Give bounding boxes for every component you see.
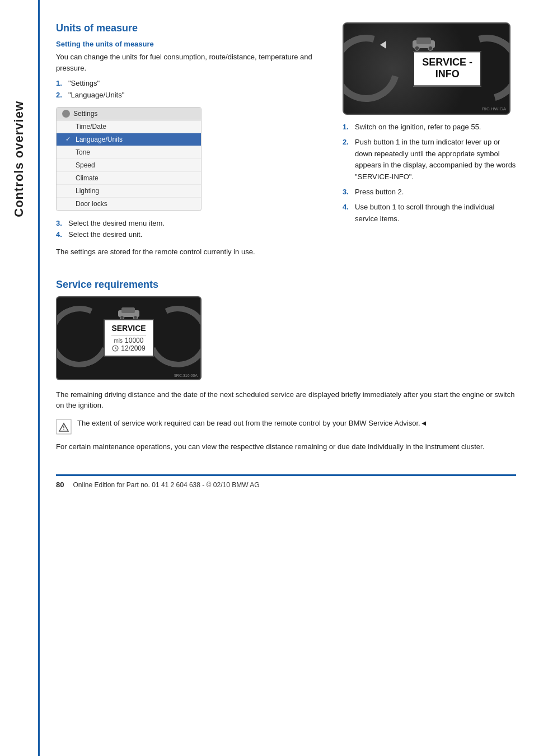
step-3-text: Select the desired menu item.	[68, 218, 165, 230]
main-content: Units of measure Setting the units of me…	[38, 0, 534, 756]
right-step-4: 4. Use button 1 to scroll through the in…	[343, 202, 516, 225]
right-steps-list: 1. Switch on the ignition, refer to page…	[343, 122, 516, 225]
units-section: Units of measure Setting the units of me…	[56, 22, 516, 262]
right-step-1: 1. Switch on the ignition, refer to page…	[343, 122, 516, 133]
steps-list-top: 1. "Settings" 2. "Language/Units"	[56, 78, 331, 101]
note-end-symbol: ◄	[420, 419, 428, 427]
right-step-2-text: Push button 1 in the turn indicator leve…	[355, 137, 516, 183]
step-2-num: 2.	[56, 90, 65, 101]
right-step-3-text: Press button 2.	[355, 186, 404, 198]
menu-item-time: Time/Date	[57, 120, 201, 133]
service-info-text: SERVICE - INFO	[422, 57, 472, 81]
right-column: SERVICE - INFO RIC.HWIGA 1. Switch on th…	[343, 22, 516, 262]
step-4-num: 4.	[56, 229, 65, 241]
menu-label-doorlocks: Door locks	[76, 200, 107, 208]
service-req-image: SERVICE mls 10000	[56, 296, 202, 380]
menu-item-lighting: Lighting	[57, 185, 201, 198]
checkmark-doorlocks	[65, 200, 72, 207]
footer: 80 Online Edition for Part no. 01 41 2 6…	[56, 474, 516, 489]
settings-screenshot: Settings Time/Date ✓ Language/Units Tone	[56, 107, 202, 211]
step-3: 3. Select the desired menu item.	[56, 218, 331, 230]
menu-item-speed: Speed	[57, 159, 201, 172]
right-step-2-num: 2.	[343, 137, 352, 183]
service-mileage: mls 10000 12/2009	[111, 335, 146, 352]
units-intro: You can change the units for fuel consum…	[56, 52, 331, 73]
svg-marker-4	[380, 41, 386, 49]
service-req-heading: Service requirements	[56, 279, 516, 291]
sidebar: Controls overview	[0, 0, 38, 756]
watermark-2: 9RC:316:00A	[174, 374, 198, 377]
instrument-cluster-1: SERVICE - INFO RIC.HWIGA	[343, 22, 510, 115]
menu-item-doorlocks: Door locks	[57, 198, 201, 211]
svg-rect-6	[121, 307, 135, 313]
step-3-num: 3.	[56, 218, 65, 230]
step-4: 4. Select the desired unit.	[56, 229, 331, 241]
service-arrow	[406, 63, 414, 74]
note-box: The extent of service work required can …	[56, 418, 516, 435]
menu-item-tone: Tone	[57, 146, 201, 159]
checkmark-lighting	[65, 188, 72, 194]
menu-item-language: ✓ Language/Units	[57, 133, 201, 146]
right-step-4-text: Use button 1 to scroll through the indiv…	[355, 202, 516, 225]
note-triangle-icon	[56, 419, 72, 435]
svg-point-3	[428, 46, 433, 50]
svg-line-11	[115, 348, 117, 349]
right-step-4-num: 4.	[343, 202, 352, 225]
menu-item-climate: Climate	[57, 172, 201, 185]
page-container: Controls overview Units of measure Setti…	[0, 0, 534, 756]
menu-label-tone: Tone	[76, 148, 90, 156]
menu-label-climate: Climate	[76, 174, 99, 182]
mileage-date-row: 12/2009	[111, 344, 146, 352]
svg-point-7	[120, 315, 124, 319]
service-label-2: SERVICE	[111, 324, 146, 333]
right-step-3-num: 3.	[343, 186, 352, 198]
left-arrow-icon	[378, 39, 390, 50]
service-req-section: Service requirements	[56, 279, 516, 452]
svg-point-8	[134, 315, 138, 319]
step-2: 2. "Language/Units"	[56, 90, 331, 101]
checkmark-speed	[65, 162, 72, 169]
left-column: Units of measure Setting the units of me…	[56, 22, 331, 262]
step-2-text: "Language/Units"	[68, 90, 124, 101]
checkmark-tone	[65, 149, 72, 156]
menu-label-language: Language/Units	[76, 136, 123, 143]
menu-label-speed: Speed	[76, 161, 95, 169]
settings-icon	[62, 110, 70, 118]
footer-text: Online Edition for Part no. 01 41 2 604 …	[73, 481, 259, 489]
clock-icon	[112, 345, 119, 352]
checkmark-climate	[65, 175, 72, 181]
svg-rect-1	[416, 38, 431, 44]
step-4-text: Select the desired unit.	[68, 229, 142, 241]
note-main-text: The extent of service work required can …	[77, 419, 420, 427]
units-sub-heading: Setting the units of measure	[56, 40, 331, 48]
right-step-1-text: Switch on the ignition, refer to page 55…	[355, 122, 481, 133]
service-panel-2: SERVICE mls 10000	[104, 319, 153, 357]
note-text: The extent of service work required can …	[77, 418, 428, 429]
service-req-body: The remaining driving distance and the d…	[56, 389, 516, 411]
car-icon-2	[116, 306, 142, 320]
menu-label-lighting: Lighting	[76, 187, 99, 195]
checkmark-time	[65, 123, 72, 130]
mileage-date: 12/2009	[121, 344, 145, 352]
svg-point-15	[63, 429, 64, 430]
right-step-3: 3. Press button 2.	[343, 186, 516, 198]
svg-point-2	[415, 46, 419, 50]
service-info-panel: SERVICE - INFO	[413, 51, 481, 86]
units-note: The settings are stored for the remote c…	[56, 246, 331, 258]
settings-title: Settings	[73, 110, 97, 118]
mileage-unit: mls	[114, 338, 123, 344]
right-step-1-num: 1.	[343, 122, 352, 133]
steps-list-bottom: 3. Select the desired menu item. 4. Sele…	[56, 218, 331, 241]
step-1-text: "Settings"	[68, 78, 100, 90]
service-req-layout: SERVICE mls 10000	[56, 296, 516, 380]
mileage-value: 10000	[125, 337, 143, 344]
checkmark-language: ✓	[65, 136, 72, 143]
settings-title-bar: Settings	[57, 108, 201, 120]
menu-label-time: Time/Date	[76, 123, 106, 130]
step-1: 1. "Settings"	[56, 78, 331, 90]
sidebar-label: Controls overview	[12, 101, 26, 217]
instrument-cluster-2: SERVICE mls 10000	[56, 296, 202, 380]
watermark: RIC.HWIGA	[482, 106, 506, 111]
car-icon	[410, 35, 438, 52]
page-number: 80	[56, 480, 64, 489]
